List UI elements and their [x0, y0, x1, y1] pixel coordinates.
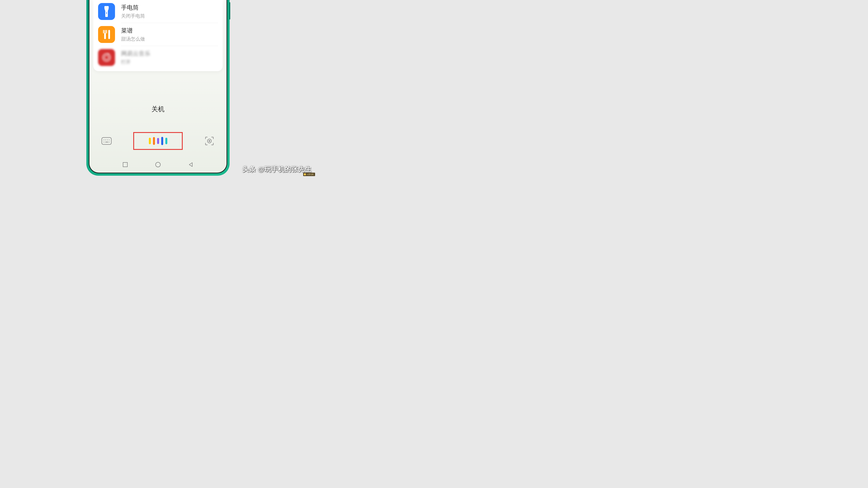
suggestion-subtitle: 甜汤怎么做	[121, 36, 218, 42]
keyboard-icon[interactable]	[101, 137, 112, 145]
suggestion-subtitle: 关闭手电筒	[121, 13, 218, 19]
suggestion-item-recipe[interactable]: 菜谱 甜汤怎么做	[93, 23, 223, 46]
nav-back-icon[interactable]	[187, 161, 194, 168]
voice-bar	[153, 137, 155, 145]
svg-rect-4	[106, 30, 107, 33]
svg-rect-9	[102, 137, 111, 144]
watermark-text: 头条 @玩手机的张先生	[242, 165, 312, 174]
svg-point-10	[103, 139, 104, 140]
svg-rect-15	[105, 142, 108, 142]
svg-point-13	[109, 139, 110, 140]
suggestion-item-music[interactable]: 网易云音乐 打开	[93, 46, 223, 69]
recipe-icon	[98, 26, 115, 43]
nav-recent-icon[interactable]	[122, 161, 128, 168]
assistant-toolbar	[89, 132, 226, 150]
svg-rect-2	[103, 30, 104, 33]
voice-command-text: 关机	[89, 105, 226, 113]
phone-side-button	[229, 2, 230, 20]
source-badge: AI爱讯网	[303, 173, 315, 176]
android-nav-bar	[89, 161, 226, 168]
scan-icon[interactable]	[204, 137, 215, 145]
suggestion-text: 菜谱 甜汤怎么做	[121, 27, 218, 42]
suggestion-subtitle: 打开	[121, 59, 218, 65]
svg-rect-6	[108, 30, 110, 39]
voice-bar	[149, 138, 151, 144]
voice-bar	[161, 137, 163, 145]
voice-waveform-highlighted[interactable]	[133, 132, 183, 150]
svg-point-12	[107, 139, 108, 140]
svg-rect-1	[106, 12, 107, 14]
svg-point-11	[105, 139, 106, 140]
svg-point-18	[209, 140, 210, 142]
music-icon	[98, 49, 115, 66]
suggestion-title: 手电筒	[121, 4, 218, 11]
phone-screen: 手电筒 关闭手电筒 菜谱 甜汤怎么做	[89, 0, 227, 173]
svg-rect-0	[104, 6, 109, 9]
flashlight-icon	[98, 3, 115, 20]
suggestion-item-flashlight[interactable]: 手电筒 关闭手电筒	[93, 0, 223, 23]
voice-bar	[157, 138, 159, 144]
svg-rect-19	[123, 162, 127, 167]
svg-point-20	[156, 162, 160, 167]
svg-point-8	[104, 55, 109, 60]
suggestion-text-blurred: 网易云音乐 打开	[121, 50, 218, 65]
suggestion-card: 手电筒 关闭手电筒 菜谱 甜汤怎么做	[93, 0, 223, 71]
svg-rect-3	[104, 30, 105, 33]
suggestion-text: 手电筒 关闭手电筒	[121, 4, 218, 19]
svg-point-16	[109, 142, 110, 142]
svg-rect-5	[104, 33, 106, 39]
suggestion-title: 网易云音乐	[121, 50, 218, 58]
phone-frame: 手电筒 关闭手电筒 菜谱 甜汤怎么做	[86, 0, 229, 176]
suggestion-title: 菜谱	[121, 27, 218, 34]
svg-point-14	[103, 142, 104, 142]
badge-icon	[304, 173, 306, 175]
nav-home-icon[interactable]	[155, 161, 161, 168]
badge-text: AI爱讯网	[307, 173, 314, 176]
voice-bar	[165, 138, 167, 144]
